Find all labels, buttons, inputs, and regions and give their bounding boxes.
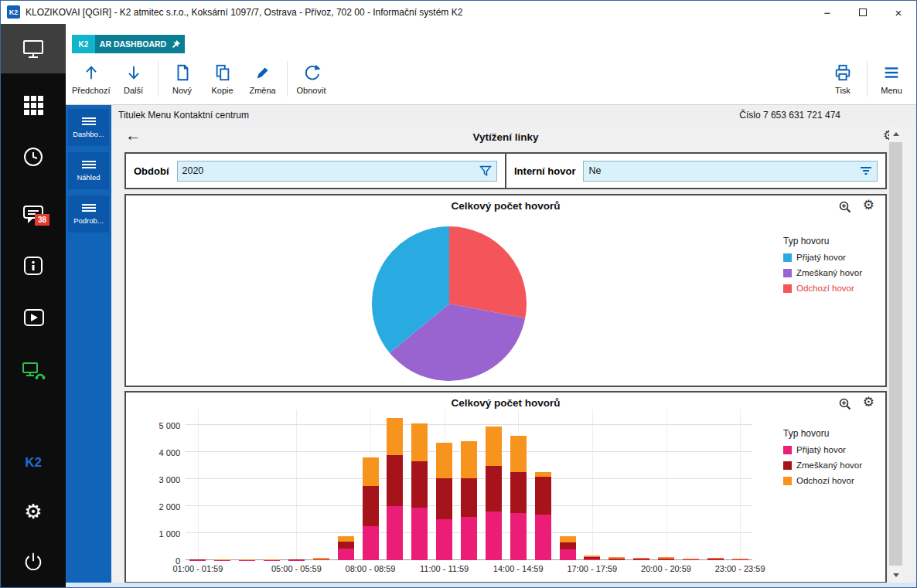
bar-column[interactable] <box>432 443 457 560</box>
bar-column[interactable] <box>210 559 235 560</box>
bar-column[interactable] <box>309 558 333 560</box>
rail-item-desktop[interactable] <box>1 24 66 73</box>
interni-hovor-input[interactable]: Ne <box>583 161 878 182</box>
zoom-in-icon[interactable] <box>839 201 851 213</box>
rail-item-messages[interactable] <box>1 203 66 226</box>
bar-segment[interactable] <box>535 477 551 515</box>
bar-segment[interactable] <box>560 549 576 560</box>
title-bar[interactable]: K2 KLOZIKOVAI [QGIR] - K2 atmitec s.r.o.… <box>1 1 916 24</box>
copy-button[interactable]: Kopie <box>203 53 243 104</box>
scrollbar-thumb[interactable] <box>889 142 902 566</box>
scroll-down-button[interactable] <box>889 569 902 582</box>
refresh-button[interactable]: Obnovit <box>291 53 332 104</box>
bar-segment[interactable] <box>436 478 452 519</box>
bar-column[interactable] <box>457 441 482 560</box>
bar-segment[interactable] <box>461 478 477 517</box>
bar-segment[interactable] <box>338 549 354 560</box>
pin-icon[interactable] <box>172 40 180 49</box>
rail-item-softphone[interactable] <box>1 360 66 383</box>
bar-column[interactable] <box>530 472 555 560</box>
bar-segment[interactable] <box>707 559 724 560</box>
tab-k2[interactable]: K2 <box>72 35 95 53</box>
pie-slice[interactable] <box>449 226 527 318</box>
bar-column[interactable] <box>358 457 383 560</box>
bar-segment[interactable] <box>313 559 329 560</box>
bar-column[interactable] <box>407 423 432 560</box>
bar-column[interactable] <box>285 559 309 560</box>
print-button[interactable]: Tisk <box>823 53 863 104</box>
bar-segment[interactable] <box>658 559 674 560</box>
next-button[interactable]: Další <box>114 53 154 104</box>
legend-item[interactable]: Odchozí hovor <box>783 476 862 485</box>
bar-column[interactable] <box>482 427 506 560</box>
bar-segment[interactable] <box>633 559 649 560</box>
bar-segment[interactable] <box>510 436 527 472</box>
rail-item-history[interactable] <box>1 145 66 168</box>
bar-segment[interactable] <box>461 517 477 560</box>
bar-segment[interactable] <box>461 441 477 478</box>
edit-button[interactable]: Změna <box>243 53 283 104</box>
bar-segment[interactable] <box>683 559 699 560</box>
bar-segment[interactable] <box>486 427 502 466</box>
obdobi-input[interactable]: 2020 <box>177 161 498 182</box>
rail-item-power[interactable] <box>1 551 66 574</box>
bar-column[interactable] <box>679 559 704 560</box>
bar-segment[interactable] <box>486 512 502 560</box>
rail-item-settings[interactable]: ⚙ <box>1 501 66 522</box>
bar-column[interactable] <box>654 557 679 560</box>
bar-column[interactable] <box>260 559 285 560</box>
bar-segment[interactable] <box>510 513 527 560</box>
bar-segment[interactable] <box>436 519 452 560</box>
minimize-button[interactable]: − <box>810 1 845 24</box>
legend-item[interactable]: Zmeškaný hovor <box>783 268 862 277</box>
vertical-scrollbar[interactable] <box>889 127 902 582</box>
bar-segment[interactable] <box>363 457 379 486</box>
bar-segment[interactable] <box>560 536 576 542</box>
bar-column[interactable] <box>186 559 210 560</box>
bar-column[interactable] <box>703 558 728 560</box>
bar-segment[interactable] <box>387 506 403 560</box>
filter-lines-icon[interactable] <box>860 165 872 176</box>
bar-segment[interactable] <box>387 455 403 507</box>
bar-segment[interactable] <box>608 559 625 560</box>
bar-segment[interactable] <box>363 486 379 527</box>
bar-column[interactable] <box>580 556 605 560</box>
close-button[interactable]: × <box>881 1 916 24</box>
rail-item-modules[interactable] <box>1 93 66 117</box>
chart-gear-icon[interactable]: ⚙ <box>863 394 874 410</box>
bar-column[interactable] <box>629 558 654 560</box>
bar-column[interactable] <box>235 559 260 560</box>
bar-segment[interactable] <box>387 418 403 454</box>
previous-button[interactable]: Předchozí <box>69 53 114 104</box>
bar-segment[interactable] <box>560 542 576 549</box>
bar-segment[interactable] <box>411 423 428 461</box>
bar-segment[interactable] <box>510 472 527 513</box>
legend-item[interactable]: Zmeškaný hovor <box>783 461 862 470</box>
funnel-icon[interactable] <box>479 165 492 176</box>
sidebar-item-dashboard[interactable]: Dashbo... <box>68 109 109 146</box>
legend-item[interactable]: Přijatý hovor <box>783 445 862 454</box>
bar-column[interactable] <box>506 436 530 560</box>
bar-segment[interactable] <box>486 466 502 512</box>
zoom-in-icon[interactable] <box>839 398 851 410</box>
menu-button[interactable]: Menu <box>871 53 912 104</box>
bar-column[interactable] <box>383 418 407 560</box>
legend-item[interactable]: Přijatý hovor <box>783 253 862 262</box>
bar-segment[interactable] <box>732 559 748 560</box>
maximize-button[interactable] <box>845 1 881 24</box>
bar-column[interactable] <box>555 536 580 560</box>
bar-segment[interactable] <box>535 515 551 561</box>
rail-item-video[interactable] <box>1 306 66 329</box>
sidebar-item-podrobnosti[interactable]: Podrob... <box>68 195 109 233</box>
chart-gear-icon[interactable]: ⚙ <box>863 197 874 213</box>
bar-segment[interactable] <box>338 542 354 549</box>
sidebar-item-nahled[interactable]: Náhled <box>68 152 109 189</box>
tab-ar-dashboard[interactable]: AR DASHBOARD <box>95 35 185 53</box>
bar-segment[interactable] <box>363 526 379 560</box>
scroll-up-button[interactable] <box>889 127 902 141</box>
new-button[interactable]: Nový <box>162 53 203 104</box>
bar-column[interactable] <box>605 557 629 560</box>
bar-segment[interactable] <box>338 536 354 542</box>
rail-item-info[interactable] <box>1 254 66 277</box>
bar-segment[interactable] <box>436 443 452 478</box>
